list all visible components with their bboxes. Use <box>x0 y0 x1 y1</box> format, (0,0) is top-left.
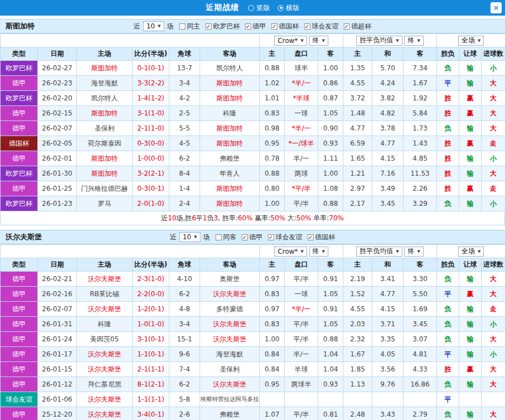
section-away-team: 沃尔夫斯堡 近 10▼ 场 同客✓德甲✓球会友谊✓德国杯 Crow*▼ 终▼ 胜… <box>0 230 505 420</box>
asian-handicap: *半/一 <box>285 302 318 317</box>
odds-company-value: Crow* <box>278 248 298 255</box>
league-badge: 德甲 <box>1 302 38 317</box>
filter-label: 德甲 <box>252 22 266 31</box>
layout-option-label: 竖版 <box>256 3 270 13</box>
euro-odds-select[interactable]: 胜平负均值▼ <box>356 36 402 46</box>
home-team: 沃尔夫斯堡 <box>77 272 133 287</box>
checkbox-checked-icon[interactable]: ✓ <box>205 23 211 30</box>
league-badge: 德甲 <box>1 407 38 420</box>
filter-option[interactable]: ✓球会友谊 <box>268 233 302 242</box>
filter-option[interactable]: ✓德国杯 <box>307 233 335 242</box>
filter-option[interactable]: 同客 <box>215 233 236 242</box>
summary-value: 6 <box>192 214 196 222</box>
away-team: 弗赖堡 <box>200 151 260 166</box>
summary-text: , 胜率: <box>218 214 238 223</box>
filter-option[interactable]: ✓德甲 <box>241 233 263 242</box>
section-header: 斯图加特 近 10▼ 场 同主✓欧罗巴杯✓德甲✓德国杯✓球会友谊✓德超杯 <box>0 19 505 33</box>
euro-home-odds: 1.65 <box>343 151 372 166</box>
home-team: 科隆 <box>77 317 133 332</box>
section-home-team: 斯图加特 近 10▼ 场 同主✓欧罗巴杯✓德甲✓德国杯✓球会友谊✓德超杯 Cro… <box>0 19 505 225</box>
matches-table: Crow*▼ 终▼ 胜平负均值▼ 终▼ 全场▼ 类型 日期 主场 比分(半场) … <box>0 244 505 420</box>
scope-controls: 全场▼ <box>437 34 505 47</box>
home-team: 美因茨05 <box>77 332 133 347</box>
col-date: 日期 <box>38 258 77 272</box>
league-filters: 同客✓德甲✓球会友谊✓德国杯 <box>215 233 335 242</box>
match-date: 26-02-16 <box>38 287 77 302</box>
close-icon[interactable]: ✕ <box>491 2 502 13</box>
checkbox-checked-icon[interactable]: ✓ <box>343 23 349 30</box>
match-row: 欧罗巴杯26-01-23罗马2-0(1-0)2-4斯图加特1.00平/半0.88… <box>1 196 505 211</box>
odds-stage-select[interactable]: 终▼ <box>309 247 328 257</box>
corners: 13-7 <box>169 61 200 76</box>
asian-away-odds: 0.91 <box>318 302 343 317</box>
checkbox-checked-icon[interactable]: ✓ <box>307 234 313 240</box>
asian-handicap: 平/半 <box>285 407 318 420</box>
euro-away-odds: 5.84 <box>404 106 437 121</box>
corners: 5-8 <box>169 392 200 407</box>
euro-odds-controls: 胜平负均值▼ 终▼ <box>343 245 437 258</box>
scope-select[interactable]: 全场▼ <box>458 36 484 46</box>
filter-option[interactable]: ✓球会友谊 <box>304 22 338 31</box>
corners: 4-2 <box>169 91 200 106</box>
radio-icon[interactable] <box>248 5 254 11</box>
match-result: 负 <box>437 407 459 420</box>
checkbox-checked-icon[interactable]: ✓ <box>241 234 247 240</box>
league-badge: 德甲 <box>1 106 38 121</box>
scope-select[interactable]: 全场▼ <box>458 247 484 257</box>
filter-option[interactable]: ✓德甲 <box>245 22 266 31</box>
asian-home-odds: 0.83 <box>260 317 285 332</box>
goals-result: 大 <box>482 407 505 420</box>
match-score: 3-4(0-1) <box>133 407 169 420</box>
match-score: 1-0(1-0) <box>133 317 169 332</box>
filter-label: 球会友谊 <box>312 22 338 31</box>
asian-away-odds: 0.87 <box>318 91 343 106</box>
checkbox-checked-icon[interactable]: ✓ <box>268 234 274 240</box>
odds-stage-select[interactable]: 终▼ <box>309 36 328 46</box>
layout-option[interactable]: 横版 <box>278 3 299 13</box>
filter-option[interactable]: ✓欧罗巴杯 <box>205 22 240 31</box>
match-count-select[interactable]: 10▼ <box>179 232 201 242</box>
home-team: 斯图加特 <box>77 61 133 76</box>
asian-away-odds: 1.05 <box>318 287 343 302</box>
euro-draw-odds: 9.76 <box>372 377 404 392</box>
col-asian-away: 客 <box>318 47 343 61</box>
odds-company-select[interactable]: Crow*▼ <box>274 36 307 46</box>
away-team: 斯图加特 <box>200 91 260 106</box>
chevron-down-icon: ▼ <box>158 24 161 28</box>
checkbox-icon[interactable] <box>179 23 185 30</box>
layout-option[interactable]: 竖版 <box>248 3 270 13</box>
corners: 9-6 <box>169 347 200 362</box>
home-team: 斯图加特 <box>77 151 133 166</box>
euro-stage-select[interactable]: 终▼ <box>404 247 423 257</box>
checkbox-checked-icon[interactable]: ✓ <box>271 23 277 30</box>
summary-value: 70% <box>329 214 344 222</box>
home-team: 斯图加特 <box>77 106 133 121</box>
checkbox-checked-icon[interactable]: ✓ <box>304 23 310 30</box>
match-count-select[interactable]: 10▼ <box>143 21 164 31</box>
league-badge: 欧罗巴杯 <box>1 166 38 181</box>
checkbox-checked-icon[interactable]: ✓ <box>245 23 251 30</box>
euro-stage-select[interactable]: 终▼ <box>404 36 423 46</box>
away-team: 斯图加特 <box>200 196 260 211</box>
col-asian-home: 主 <box>260 47 285 61</box>
euro-away-odds <box>404 392 437 407</box>
away-team: 圣保利 <box>200 362 260 377</box>
filter-option[interactable]: 同主 <box>179 22 200 31</box>
chevron-down-icon: ▼ <box>478 249 480 254</box>
chevron-down-icon: ▼ <box>322 38 325 43</box>
corners: 1-4 <box>169 181 200 196</box>
match-date: 26-02-15 <box>38 106 77 121</box>
euro-draw-odds: 3.45 <box>372 196 404 211</box>
filter-option[interactable]: ✓德国杯 <box>271 22 299 31</box>
asian-away-odds: 1.04 <box>318 362 343 377</box>
match-row: 德甲26-02-07圣保利2-1(1-0)5-5斯图加特0.98*半/一0.90… <box>1 121 505 136</box>
filter-option[interactable]: ✓德超杯 <box>343 22 371 31</box>
radio-selected-icon[interactable] <box>278 5 284 11</box>
away-team: 多特蒙德 <box>200 302 260 317</box>
euro-odds-select[interactable]: 胜平负均值▼ <box>356 247 402 257</box>
odds-company-select[interactable]: Crow*▼ <box>274 247 307 257</box>
odds-stage-value: 终 <box>313 36 319 45</box>
checkbox-icon[interactable] <box>215 234 221 240</box>
col-euro-home: 主 <box>343 47 372 61</box>
away-team: 埃斯特雷拉达阿马多拉 <box>200 392 260 407</box>
